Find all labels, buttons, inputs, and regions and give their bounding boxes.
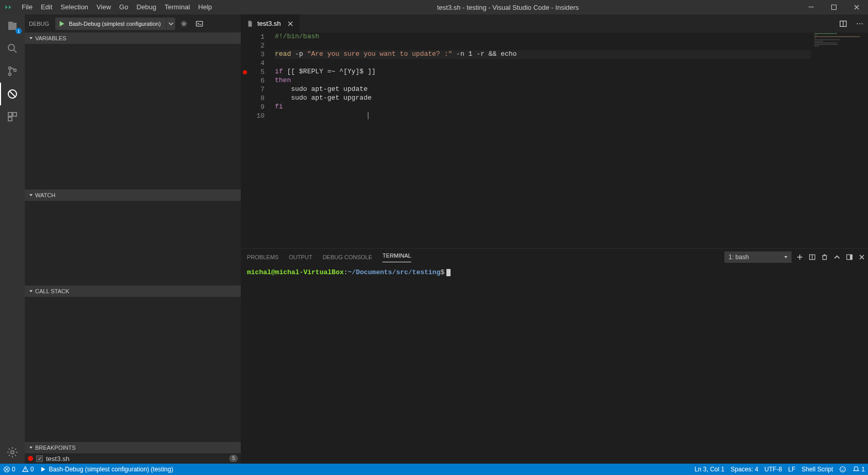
activity-extensions[interactable] <box>0 105 25 128</box>
window-title: test3.sh - testing - Visual Studio Code … <box>216 4 800 11</box>
svg-rect-8 <box>13 113 17 116</box>
menu-file[interactable]: File <box>18 0 37 14</box>
svg-point-22 <box>842 468 842 469</box>
status-launch[interactable]: Bash-Debug (simplest configuration) (tes… <box>37 464 176 475</box>
status-launch-label: Bash-Debug (simplest configuration) (tes… <box>49 466 173 473</box>
menu-debug[interactable]: Debug <box>132 0 160 14</box>
terminal-body[interactable]: michal@michal-VirtualBox:~/Documents/src… <box>241 265 868 464</box>
chevron-down-icon <box>27 445 35 450</box>
terminal-cursor <box>446 269 451 276</box>
status-eol[interactable]: LF <box>785 464 799 475</box>
svg-point-14 <box>857 23 858 24</box>
section-title-variables: Variables <box>35 35 66 41</box>
menu-go[interactable]: Go <box>115 0 132 14</box>
activity-bar: 1 <box>0 14 25 464</box>
panel-tab-output[interactable]: Output <box>289 254 312 260</box>
file-icon <box>246 20 254 28</box>
chevron-down-icon <box>27 289 35 294</box>
menu-selection[interactable]: Selection <box>56 0 92 14</box>
status-lncol[interactable]: Ln 3, Col 1 <box>691 464 727 475</box>
start-debug-button[interactable] <box>55 20 68 27</box>
code-line: #!/bin/bash <box>275 33 319 40</box>
terminal-selector[interactable]: 1: bash <box>724 251 792 263</box>
status-warnings[interactable]: 0 <box>19 464 37 475</box>
code-token: sudo apt-get upgrade <box>275 94 371 102</box>
new-terminal-button[interactable] <box>794 254 806 261</box>
title-bar: File Edit Selection View Go Debug Termin… <box>0 0 868 14</box>
chevron-down-icon[interactable] <box>166 18 175 30</box>
split-editor-button[interactable] <box>835 14 851 33</box>
status-warnings-count: 0 <box>30 466 34 473</box>
section-header-watch[interactable]: Watch <box>25 189 241 201</box>
app-logo-icon <box>0 3 18 12</box>
svg-point-15 <box>859 23 860 24</box>
debug-config-selector[interactable]: Bash-Debug (simplest configuration) <box>55 18 175 30</box>
section-header-variables[interactable]: Variables <box>25 33 241 44</box>
section-header-breakpoints[interactable]: Breakpoints <box>25 442 241 453</box>
code-token: sudo apt-get update <box>275 85 367 93</box>
panel-maximize-button[interactable] <box>831 254 843 261</box>
menu-view[interactable]: View <box>92 0 115 14</box>
status-bar: 0 0 Bash-Debug (simplest configuration) … <box>0 464 868 475</box>
svg-rect-7 <box>8 113 12 116</box>
status-notifications[interactable]: 1 <box>849 464 868 475</box>
svg-point-16 <box>862 23 863 24</box>
svg-rect-19 <box>850 255 852 259</box>
status-errors[interactable]: 0 <box>0 464 19 475</box>
section-breakpoints: Breakpoints ✓ test3.sh 5 <box>25 442 241 464</box>
activity-debug[interactable] <box>0 83 25 105</box>
status-encoding[interactable]: UTF-8 <box>762 464 785 475</box>
window-minimize-button[interactable] <box>800 0 823 14</box>
panel-tab-terminal[interactable]: Terminal <box>382 252 411 262</box>
terminal-path: ~/Documents/src/testing <box>348 268 440 276</box>
status-lang[interactable]: Shell Script <box>799 464 836 475</box>
terminal-selector-label: 1: bash <box>729 254 749 261</box>
debug-header: Debug Bash-Debug (simplest configuration… <box>25 14 241 33</box>
terminal-sep: : <box>344 268 348 276</box>
chevron-down-icon <box>27 36 35 41</box>
breakpoint-file: test3.sh <box>46 455 70 463</box>
debug-config-name: Bash-Debug (simplest configuration) <box>68 21 166 27</box>
editor-group: test3.sh 1 2 3 4 5 6 7 8 <box>241 14 868 464</box>
status-feedback[interactable] <box>836 464 849 475</box>
activity-settings[interactable] <box>0 441 25 464</box>
window-close-button[interactable] <box>845 0 868 14</box>
svg-rect-0 <box>809 7 814 7</box>
tab-close-button[interactable] <box>286 21 295 27</box>
panel-move-button[interactable] <box>843 254 856 261</box>
window-maximize-button[interactable] <box>823 0 845 14</box>
menu-edit[interactable]: Edit <box>37 0 56 14</box>
breakpoint-gutter-icon[interactable] <box>243 70 247 74</box>
debug-settings-button[interactable] <box>177 20 191 28</box>
breakpoint-dot-icon <box>28 456 33 461</box>
status-spaces[interactable]: Spaces: 4 <box>727 464 761 475</box>
menu-help[interactable]: Help <box>194 0 216 14</box>
editor[interactable]: 1 2 3 4 5 6 7 8 9 10 #!/bin/bash read -p… <box>241 33 868 248</box>
bottom-panel: Problems Output Debug Console Terminal 1… <box>241 248 868 464</box>
editor-gutter[interactable]: 1 2 3 4 5 6 7 8 9 10 <box>241 33 272 248</box>
terminal-prompt: $ <box>440 268 444 276</box>
editor-code[interactable]: #!/bin/bash read -p "Are you sure you wa… <box>272 33 868 248</box>
activity-search[interactable] <box>0 37 25 60</box>
activity-scm[interactable] <box>0 60 25 83</box>
activity-explorer[interactable]: 1 <box>0 14 25 37</box>
menu-terminal[interactable]: Terminal <box>160 0 194 14</box>
code-token: if <box>275 68 283 75</box>
panel-tab-bar: Problems Output Debug Console Terminal 1… <box>241 249 868 265</box>
panel-close-button[interactable] <box>856 254 868 260</box>
window-controls <box>800 0 868 14</box>
breakpoint-checkbox[interactable]: ✓ <box>36 455 43 462</box>
editor-tab-label: test3.sh <box>257 20 281 27</box>
debug-console-button[interactable] <box>193 20 206 28</box>
panel-tab-debugconsole[interactable]: Debug Console <box>322 254 372 260</box>
explorer-badge: 1 <box>16 28 22 34</box>
panel-tab-problems[interactable]: Problems <box>247 254 278 260</box>
section-header-callstack[interactable]: Call Stack <box>25 286 241 297</box>
editor-tab[interactable]: test3.sh <box>241 14 300 33</box>
kill-terminal-button[interactable] <box>818 254 831 261</box>
breakpoint-row[interactable]: ✓ test3.sh 5 <box>25 453 241 464</box>
split-terminal-button[interactable] <box>806 254 818 261</box>
section-title-watch: Watch <box>35 192 55 198</box>
more-actions-button[interactable] <box>851 14 868 33</box>
code-token: then <box>275 76 291 84</box>
